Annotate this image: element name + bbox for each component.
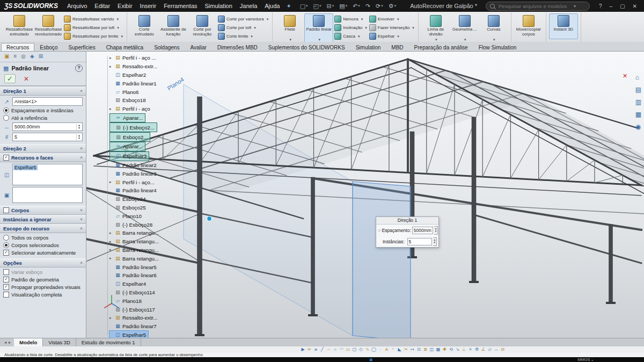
tab-simulation[interactable]: Simulation (350, 43, 386, 51)
tree-item-perfil-i-a-o[interactable]: ▸▤Perfil i - aço ... (109, 54, 158, 62)
dialog-instances-spinner[interactable]: ▲▼ (433, 237, 437, 246)
ribbon-ressalto-base-extrudado[interactable]: Ressalto/base extrudado (5, 13, 34, 39)
dropdown-caret-icon[interactable]: ▾ (361, 17, 363, 21)
expand-arrow-icon[interactable]: ▸ (109, 56, 113, 60)
checkbox-checked-icon[interactable]: ✓ (3, 250, 9, 256)
display-relations-icon[interactable]: ≡ (468, 347, 473, 352)
chevron-down-icon[interactable]: ˅ (80, 146, 83, 151)
ribbon-nervura[interactable]: Nervura▾ (333, 15, 368, 23)
expand-arrow-icon[interactable]: ▸ (109, 256, 113, 260)
model-tabs-scroll-left-icon[interactable]: ◂ (4, 340, 6, 345)
tree-item-padr-o-linear5[interactable]: ▦Padrão linear5 (109, 263, 159, 271)
dropdown-caret-icon[interactable]: ▾ (319, 4, 321, 8)
geometry-pattern-checkbox[interactable]: ✓ Padrão de geometria (3, 277, 83, 283)
move-entities-icon[interactable]: ✚ (442, 347, 447, 352)
repair-sketch-icon[interactable]: ⚙ (474, 347, 479, 352)
trim-entities-icon[interactable]: ✂ (404, 347, 408, 352)
tree-item-plano10[interactable]: ▱Plano10 (109, 212, 144, 220)
tab-suplementos-do-solidworks[interactable]: Suplementos do SOLIDWORKS (263, 43, 350, 51)
expand-arrow-icon[interactable]: ▸ (109, 107, 113, 111)
point-icon[interactable]: ∙ (378, 347, 383, 352)
full-preview-checkbox[interactable]: Visualização completa (3, 292, 83, 298)
dropdown-caret-icon[interactable]: ▾ (116, 17, 119, 21)
dropdown-caret-icon[interactable]: ▾ (358, 34, 360, 39)
rectangle-icon[interactable]: ▭ (346, 347, 350, 352)
tree-item-barra-retangu[interactable]: ▸▤Barra retangu... (109, 246, 161, 255)
spacing-instances-radio[interactable]: Espaçamentos e instâncias (3, 107, 83, 113)
arc-icon[interactable]: ◠ (339, 347, 344, 352)
tree-item-aparar[interactable]: ✂Aparar... (109, 113, 145, 123)
tree-item-espelhar5[interactable]: ◫Espelhar5 (109, 331, 148, 339)
add-relation-icon[interactable]: ⊥ (462, 347, 466, 352)
dialog-title[interactable]: Direção 1 (376, 217, 438, 225)
tab-avaliar[interactable]: Avaliar (185, 43, 211, 51)
menu-exibir[interactable]: Exibir (114, 1, 136, 11)
dialog-spacing-input[interactable]: 5000mm (412, 227, 433, 234)
tree-item-esbo-o2[interactable]: ▨(-) Esboço2... (109, 122, 157, 132)
close-icon[interactable]: ✕ (629, 3, 641, 9)
cancel-button[interactable]: ✕ (22, 75, 31, 83)
new-document-icon[interactable]: ▢▾ (297, 3, 311, 10)
search-caret-icon[interactable]: ▾ (574, 4, 576, 9)
expand-arrow-icon[interactable]: ▸ (109, 248, 113, 252)
reference-plane-icon[interactable]: ▱ (487, 347, 492, 352)
configurationmanager-tab-icon[interactable]: ◎ (21, 54, 26, 59)
tree-item-padr-o-linear6[interactable]: ▦Padrão linear6 (109, 271, 159, 280)
convert-entities-icon[interactable]: ⊡ (416, 347, 421, 352)
unit-system[interactable]: MMGS▴ (577, 357, 593, 362)
undo-icon[interactable]: ↶▾ (350, 3, 363, 10)
tab-mbd[interactable]: MBD (386, 43, 408, 51)
spline-icon[interactable]: ∿ (365, 347, 370, 352)
spacing-field[interactable]: 5000.00mm ▲▼ (12, 122, 83, 131)
ribbon-geometria[interactable]: Geometria ...▾ (450, 13, 479, 44)
expand-arrow-icon[interactable]: ▸ (109, 316, 113, 320)
section-options[interactable]: Opções ˄ (0, 258, 86, 267)
dropdown-caret-icon[interactable]: ▾ (493, 38, 495, 42)
tree-item-espelhar2[interactable]: ◫Espelhar2 (109, 71, 148, 79)
ribbon-corte-limite[interactable]: Corte limite▾ (217, 32, 269, 40)
tab-superf-cies[interactable]: Superfícies (63, 43, 101, 51)
tree-item-plano6[interactable]: ▱Plano6 (109, 88, 141, 96)
ribbon-instant-3d[interactable]: Instant 3D (549, 13, 578, 39)
checkbox-unchecked-icon[interactable] (3, 207, 9, 213)
tree-item-plano18[interactable]: ▱Plano18 (109, 296, 144, 305)
tab-esbo-o[interactable]: Esboço (34, 43, 63, 51)
radio-on-icon[interactable] (3, 242, 9, 248)
tab-chapa-met-lica[interactable]: Chapa metálica (101, 43, 149, 51)
mirror-entities-icon[interactable]: ◫ (429, 347, 434, 352)
offset-entities-icon[interactable]: ≣ (423, 347, 428, 352)
radio-off-icon[interactable] (3, 115, 9, 121)
ribbon-linha-de-divis-o[interactable]: Linha de divisão▾ (421, 13, 450, 44)
dropdown-caret-icon[interactable]: ▾ (394, 4, 397, 8)
text-icon[interactable]: A (384, 347, 389, 352)
tree-item-esbo-o28[interactable]: ▨(-) Esboço28 (109, 220, 155, 229)
dropdown-caret-icon[interactable]: ▾ (435, 38, 437, 42)
ribbon-corte-por-varredura[interactable]: Corte por varredura▾ (217, 15, 269, 23)
all-bodies-radio[interactable]: Todos os corpos (3, 235, 83, 241)
checkbox-unchecked-icon[interactable] (3, 269, 9, 275)
tab-flow-simulation[interactable]: Flow Simulation (473, 43, 522, 51)
rebuild-icon[interactable]: ⟳▾ (373, 3, 386, 10)
selected-bodies-radio[interactable]: Corpos selecionados (3, 242, 83, 248)
tree-item-esbo-o25[interactable]: ▨Esboço25 (109, 204, 148, 212)
section-direction1[interactable]: Direção 1 ˄ (0, 86, 86, 96)
save-icon[interactable]: ⊟▾ (324, 3, 336, 10)
tree-item-esbo-o114[interactable]: ▨(-) Esboço114 (109, 288, 157, 297)
dropdown-caret-icon[interactable]: ▾ (332, 4, 334, 8)
checkbox-checked-icon[interactable]: ✓ (3, 155, 9, 161)
propertymanager-tab-icon[interactable]: ≡ (13, 54, 17, 59)
expand-arrow-icon[interactable]: ▸ (109, 231, 113, 235)
section-direction2[interactable]: Direção 2 ˅ (0, 144, 86, 153)
help-icon[interactable]: ? (75, 64, 83, 72)
tree-item-padr-o-linear2[interactable]: ▦Padrão linear2 (109, 161, 159, 170)
tree-item-esbo-o117[interactable]: ▨(-) Esboço117 (109, 305, 157, 314)
tree-item-barra-retangu[interactable]: ▸▤Barra retangu... (109, 237, 161, 246)
appearances-icon[interactable]: ◉ (635, 123, 641, 131)
sketch-pattern-icon[interactable]: ▦ (436, 347, 441, 352)
dropdown-caret-icon[interactable]: ▾ (254, 26, 256, 30)
ribbon-ressalto-base-por-limite[interactable]: Ressalto/base por limite▾ (63, 32, 124, 40)
tree-item-espelhar3[interactable]: ◫Espelhar3 (109, 151, 149, 161)
polygon-icon[interactable]: ◇ (358, 347, 363, 352)
tab-soldagens[interactable]: Soldagens (149, 43, 185, 51)
faces-listbox[interactable] (12, 187, 83, 203)
